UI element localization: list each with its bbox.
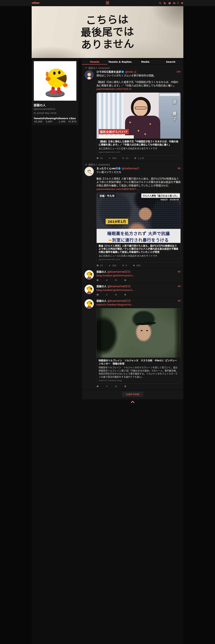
quote-stat[interactable]: [115, 385, 118, 388]
tweet-external-link[interactable]: japannewsnavi.com/188378457-...: [96, 188, 139, 190]
comment-stat[interactable]: 23: [96, 264, 103, 267]
profile-avatar[interactable]: [34, 61, 77, 101]
tweet-timestamp[interactable]: 4h: [178, 299, 181, 302]
tweet-stats: 23 386 9 966: [96, 264, 181, 267]
retweet-stat[interactable]: 386: [109, 264, 116, 267]
heart-icon: [124, 385, 126, 388]
tweet-author-avatar[interactable]: [85, 167, 94, 176]
retweet-icon: [106, 294, 108, 296]
verified-badge-icon: ✓: [121, 70, 124, 73]
verified-badge-icon: ✓: [118, 167, 121, 170]
tweet-author-handle[interactable]: @bluemarine0215: [107, 300, 130, 302]
content-column: こちらは 最後尾では ありません: [32, 6, 183, 644]
chevron-up-icon[interactable]: [131, 401, 135, 404]
heart-icon: [133, 264, 135, 267]
tweet-5[interactable]: 部屋の人 @bluemarine0215 4h expinch.livedoor…: [82, 298, 183, 390]
search-icon[interactable]: [159, 2, 161, 4]
like-stat[interactable]: [124, 279, 128, 281]
tweet-timestamp[interactable]: 6h: [178, 167, 181, 170]
tweet-4[interactable]: 部屋の人 @bluemarine0215 4h blog.livedoor.jp…: [82, 283, 183, 298]
like-stat[interactable]: [124, 385, 128, 388]
tweet-author-name[interactable]: 部屋の人: [96, 270, 106, 273]
quote-stat[interactable]: [115, 294, 118, 296]
tweet-timestamp[interactable]: 19h: [176, 70, 181, 74]
tweet-author-name[interactable]: まったりくんver2: [96, 167, 118, 170]
image-overlay-location: 茨城・牛久市: [98, 194, 116, 198]
tab-tweets[interactable]: Tweets: [82, 59, 107, 64]
tweet-author-avatar[interactable]: [85, 270, 94, 279]
quote-stat[interactable]: [115, 279, 118, 281]
retweet-stat[interactable]: 406: [109, 157, 116, 160]
tweet-author-avatar[interactable]: [85, 299, 94, 308]
tweet-stats: 45 406 20 1,145: [96, 157, 181, 160]
tweet-author-name[interactable]: ひで2022真実を追求: [96, 70, 121, 74]
retweet-header-text: 部屋の人 retweeted: [88, 163, 110, 166]
tweet-text: テレ朝マジでくそだな 動画【クルド人男性】入管で暴行受けたと訴え、国が22万円の…: [96, 170, 181, 191]
nitter-brand-link[interactable]: nitter: [32, 2, 40, 4]
tab-search[interactable]: Search: [158, 59, 183, 64]
tweet-1[interactable]: 部屋の人 retweeted: [82, 65, 183, 161]
about-icon[interactable]: ?: [177, 2, 179, 4]
pacman-amiibo-avatar: [85, 285, 94, 294]
liberapay-icon[interactable]: lo: [173, 2, 175, 4]
tweet-author-name[interactable]: 部屋の人: [96, 300, 106, 302]
calendar-icon: [34, 112, 36, 114]
settings-gear-icon[interactable]: [181, 2, 183, 4]
tweet-author-avatar[interactable]: [85, 70, 94, 80]
comment-stat[interactable]: [96, 294, 100, 296]
retweet-stat[interactable]: [106, 385, 109, 388]
twitter-bird-icon[interactable]: [168, 2, 171, 4]
tab-media[interactable]: Media: [133, 59, 158, 64]
tweet-author-handle[interactable]: @mattariver2: [122, 167, 139, 170]
tweet-text: blog.livedoor.jp/shimma/arch…: [96, 274, 181, 277]
retweet-stat[interactable]: [106, 279, 109, 281]
load-more-button[interactable]: Load more: [122, 392, 143, 397]
profile-card: 部屋の人 @bluemarine0215 Joined May 2019 Twe…: [32, 59, 79, 125]
quote-icon: [122, 264, 124, 267]
tweet-2[interactable]: 部屋の人 retweeted: [82, 161, 183, 269]
stat-followers-label: Followers: [56, 117, 68, 120]
comment-stat[interactable]: 45: [96, 157, 103, 160]
tweet-author-handle[interactable]: @bluemarine0215: [107, 285, 130, 288]
like-stat[interactable]: 966: [133, 264, 141, 267]
image-overlay-red-banner: 国民全員がスパイ!?: [99, 129, 129, 134]
comment-icon: [96, 157, 99, 159]
timeline-tabs: Tweets Tweets & Replies Media Search: [82, 59, 183, 65]
tweet-text: blog.livedoor.jp/shimma/arch…: [96, 288, 181, 292]
tab-tweets-replies[interactable]: Tweets & Replies: [107, 59, 133, 64]
tweet-external-link[interactable]: blog.livedoor.jp/shimma/arch…: [96, 274, 135, 277]
stat-following-label: Following: [43, 117, 56, 120]
quote-stat[interactable]: 20: [122, 157, 128, 160]
tweet-text: 帰化はこういう人がたくさんいる事が致命的な問題。 【動画】日本に帰化した張景子氏…: [96, 74, 181, 91]
tweet-author-name[interactable]: 部屋の人: [96, 285, 106, 288]
tweet-external-link[interactable]: blog.livedoor.jp/shimma/arch…: [96, 288, 135, 292]
comment-count: 45: [100, 157, 103, 160]
tweet-external-link[interactable]: expinch.livedoor.blog/archiv…: [96, 303, 134, 306]
rss-icon[interactable]: [163, 2, 166, 4]
tweet-timestamp[interactable]: 4h: [178, 270, 181, 273]
tweet-author-avatar[interactable]: [85, 285, 94, 294]
tweet-3[interactable]: 部屋の人 @bluemarine0215 4h blog.livedoor.jp…: [82, 269, 183, 283]
like-stat[interactable]: [124, 294, 128, 296]
tweet-author-handle[interactable]: @hide_Q_: [125, 70, 137, 74]
profile-banner-image[interactable]: こちらは 最後尾では ありません: [32, 6, 183, 58]
comment-stat[interactable]: [96, 279, 100, 281]
avatar-illustration-hooded-character: [85, 167, 94, 176]
tweet-author-handle[interactable]: @bluemarine0215: [107, 270, 130, 273]
tweet-timestamp[interactable]: 4h: [178, 285, 181, 288]
stat-following-value: 5,907: [43, 120, 56, 123]
tweet-text-paragraph: 【動画】日本に帰化した張景子氏「中国国民が危うくなるならば、中国の為に情報を渡し…: [96, 80, 181, 87]
link-preview-card[interactable]: 張 景子 国民全員がスパイ!? 【動画】日本に帰化した張景子氏「中国国民が危うく…: [96, 92, 181, 155]
like-count: 966: [136, 264, 141, 267]
link-preview-card[interactable]: 特救指令ソルブレイン ソルジャンヌ マスク分析 FIle11：ピンチシーンセンタ…: [96, 308, 181, 384]
comment-stat[interactable]: [96, 385, 100, 388]
image-overlay-credit: 映像提供：原告側弁護: [159, 198, 180, 201]
nitter-logo[interactable]: N: [106, 1, 109, 5]
like-stat[interactable]: 1,145: [134, 157, 144, 160]
retweet-stat[interactable]: [106, 294, 109, 296]
quote-stat[interactable]: 9: [122, 264, 127, 267]
link-preview-card[interactable]: 茨城・牛久市 クルド人男性「殺されると思った」 映像提供：原告側弁護 2019年…: [96, 192, 181, 263]
tweet-external-link[interactable]: japannewsnavi.com/7323-2/: [96, 88, 131, 90]
stat-followers: Followers 1,199: [56, 117, 68, 123]
card-description: 主に日本のニュースと日本人の反応をまとめたサイトです: [99, 254, 178, 258]
